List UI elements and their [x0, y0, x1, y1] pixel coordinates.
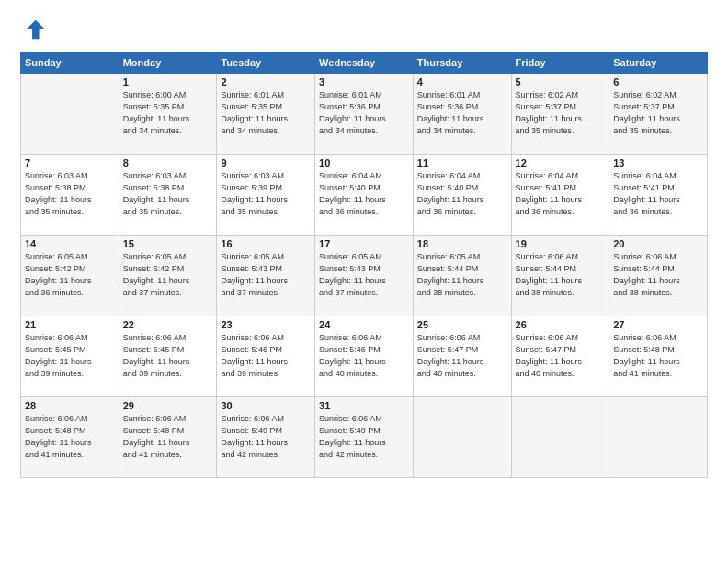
day-cell: 31Sunrise: 6:06 AMSunset: 5:49 PMDayligh… — [315, 397, 414, 478]
day-cell: 26Sunrise: 6:06 AMSunset: 5:47 PMDayligh… — [511, 316, 609, 397]
header-cell-thursday: Thursday — [413, 52, 511, 74]
day-number: 25 — [417, 319, 507, 330]
calendar-body: 1Sunrise: 6:00 AMSunset: 5:35 PMDaylight… — [21, 74, 708, 478]
day-cell: 25Sunrise: 6:06 AMSunset: 5:47 PMDayligh… — [413, 316, 511, 397]
day-cell: 21Sunrise: 6:06 AMSunset: 5:45 PMDayligh… — [21, 316, 119, 397]
day-cell: 3Sunrise: 6:01 AMSunset: 5:36 PMDaylight… — [315, 74, 414, 155]
header-cell-friday: Friday — [511, 52, 609, 74]
day-info: Sunrise: 6:04 AMSunset: 5:41 PMDaylight:… — [516, 170, 606, 218]
day-info: Sunrise: 6:03 AMSunset: 5:39 PMDaylight:… — [221, 170, 311, 218]
day-number: 23 — [221, 319, 311, 330]
day-cell: 14Sunrise: 6:05 AMSunset: 5:42 PMDayligh… — [21, 236, 119, 316]
day-number: 5 — [516, 76, 606, 87]
day-number: 1 — [123, 76, 213, 87]
day-info: Sunrise: 6:06 AMSunset: 5:49 PMDaylight:… — [221, 413, 311, 461]
day-cell: 30Sunrise: 6:06 AMSunset: 5:49 PMDayligh… — [217, 397, 315, 478]
day-cell: 13Sunrise: 6:04 AMSunset: 5:41 PMDayligh… — [609, 155, 708, 236]
header-cell-sunday: Sunday — [21, 52, 119, 74]
day-number: 29 — [123, 400, 213, 411]
day-info: Sunrise: 6:06 AMSunset: 5:46 PMDaylight:… — [319, 332, 409, 380]
day-cell: 23Sunrise: 6:06 AMSunset: 5:46 PMDayligh… — [217, 316, 315, 397]
logo — [20, 17, 50, 42]
day-cell: 1Sunrise: 6:00 AMSunset: 5:35 PMDaylight… — [119, 74, 217, 155]
logo-icon — [20, 17, 46, 42]
day-info: Sunrise: 6:05 AMSunset: 5:42 PMDaylight:… — [123, 251, 213, 299]
day-cell: 4Sunrise: 6:01 AMSunset: 5:36 PMDaylight… — [413, 74, 511, 155]
day-cell: 10Sunrise: 6:04 AMSunset: 5:40 PMDayligh… — [315, 155, 414, 236]
day-number: 30 — [221, 400, 311, 411]
day-info: Sunrise: 6:06 AMSunset: 5:46 PMDaylight:… — [221, 332, 311, 380]
day-cell: 17Sunrise: 6:05 AMSunset: 5:43 PMDayligh… — [315, 236, 414, 316]
day-number: 12 — [516, 157, 606, 168]
day-info: Sunrise: 6:03 AMSunset: 5:38 PMDaylight:… — [123, 170, 213, 218]
day-cell: 18Sunrise: 6:05 AMSunset: 5:44 PMDayligh… — [413, 236, 511, 316]
calendar-table: SundayMondayTuesdayWednesdayThursdayFrid… — [20, 52, 708, 478]
day-info: Sunrise: 6:01 AMSunset: 5:36 PMDaylight:… — [417, 89, 507, 137]
day-cell — [21, 74, 119, 155]
day-info: Sunrise: 6:06 AMSunset: 5:47 PMDaylight:… — [417, 332, 507, 380]
header-cell-wednesday: Wednesday — [315, 52, 414, 74]
day-number: 3 — [319, 76, 409, 87]
day-number: 19 — [516, 238, 606, 249]
day-cell: 6Sunrise: 6:02 AMSunset: 5:37 PMDaylight… — [609, 74, 708, 155]
header-cell-monday: Monday — [119, 52, 217, 74]
day-number: 9 — [221, 157, 311, 168]
day-info: Sunrise: 6:06 AMSunset: 5:48 PMDaylight:… — [123, 413, 213, 461]
day-cell: 7Sunrise: 6:03 AMSunset: 5:38 PMDaylight… — [21, 155, 119, 236]
svg-marker-0 — [27, 20, 44, 40]
day-info: Sunrise: 6:02 AMSunset: 5:37 PMDaylight:… — [516, 89, 606, 137]
day-info: Sunrise: 6:03 AMSunset: 5:38 PMDaylight:… — [25, 170, 115, 218]
day-info: Sunrise: 6:06 AMSunset: 5:44 PMDaylight:… — [613, 251, 703, 299]
day-cell: 22Sunrise: 6:06 AMSunset: 5:45 PMDayligh… — [119, 316, 217, 397]
day-info: Sunrise: 6:06 AMSunset: 5:49 PMDaylight:… — [319, 413, 409, 461]
day-cell: 24Sunrise: 6:06 AMSunset: 5:46 PMDayligh… — [315, 316, 414, 397]
day-info: Sunrise: 6:02 AMSunset: 5:37 PMDaylight:… — [613, 89, 703, 137]
header-row: SundayMondayTuesdayWednesdayThursdayFrid… — [21, 52, 708, 74]
calendar-header: SundayMondayTuesdayWednesdayThursdayFrid… — [21, 52, 708, 74]
day-info: Sunrise: 6:04 AMSunset: 5:41 PMDaylight:… — [613, 170, 703, 218]
day-cell: 16Sunrise: 6:05 AMSunset: 5:43 PMDayligh… — [217, 236, 315, 316]
week-row-0: 1Sunrise: 6:00 AMSunset: 5:35 PMDaylight… — [21, 74, 708, 155]
day-info: Sunrise: 6:05 AMSunset: 5:42 PMDaylight:… — [25, 251, 115, 299]
week-row-1: 7Sunrise: 6:03 AMSunset: 5:38 PMDaylight… — [21, 155, 708, 236]
day-cell: 11Sunrise: 6:04 AMSunset: 5:40 PMDayligh… — [413, 155, 511, 236]
day-cell — [511, 397, 609, 478]
day-number: 18 — [417, 238, 507, 249]
day-number: 20 — [613, 238, 703, 249]
day-cell: 28Sunrise: 6:06 AMSunset: 5:48 PMDayligh… — [21, 397, 119, 478]
day-info: Sunrise: 6:06 AMSunset: 5:48 PMDaylight:… — [613, 332, 703, 380]
day-cell — [413, 397, 511, 478]
header-cell-tuesday: Tuesday — [217, 52, 315, 74]
day-cell: 20Sunrise: 6:06 AMSunset: 5:44 PMDayligh… — [609, 236, 708, 316]
day-cell: 2Sunrise: 6:01 AMSunset: 5:35 PMDaylight… — [217, 74, 315, 155]
day-number: 13 — [613, 157, 703, 168]
day-number: 22 — [123, 319, 213, 330]
day-info: Sunrise: 6:06 AMSunset: 5:45 PMDaylight:… — [25, 332, 115, 380]
week-row-3: 21Sunrise: 6:06 AMSunset: 5:45 PMDayligh… — [21, 316, 708, 397]
day-number: 28 — [25, 400, 115, 411]
day-cell: 27Sunrise: 6:06 AMSunset: 5:48 PMDayligh… — [609, 316, 708, 397]
day-info: Sunrise: 6:06 AMSunset: 5:47 PMDaylight:… — [516, 332, 606, 380]
page: SundayMondayTuesdayWednesdayThursdayFrid… — [0, 0, 728, 563]
day-number: 16 — [221, 238, 311, 249]
day-cell: 29Sunrise: 6:06 AMSunset: 5:48 PMDayligh… — [119, 397, 217, 478]
day-number: 8 — [123, 157, 213, 168]
day-number: 10 — [319, 157, 409, 168]
day-cell: 9Sunrise: 6:03 AMSunset: 5:39 PMDaylight… — [217, 155, 315, 236]
day-number: 2 — [221, 76, 311, 87]
day-cell — [609, 397, 708, 478]
day-number: 6 — [613, 76, 703, 87]
day-info: Sunrise: 6:06 AMSunset: 5:45 PMDaylight:… — [123, 332, 213, 380]
day-info: Sunrise: 6:05 AMSunset: 5:44 PMDaylight:… — [417, 251, 507, 299]
day-info: Sunrise: 6:00 AMSunset: 5:35 PMDaylight:… — [123, 89, 213, 137]
day-cell: 5Sunrise: 6:02 AMSunset: 5:37 PMDaylight… — [511, 74, 609, 155]
day-number: 17 — [319, 238, 409, 249]
day-number: 11 — [417, 157, 507, 168]
header-cell-saturday: Saturday — [609, 52, 708, 74]
day-info: Sunrise: 6:01 AMSunset: 5:36 PMDaylight:… — [319, 89, 409, 137]
week-row-2: 14Sunrise: 6:05 AMSunset: 5:42 PMDayligh… — [21, 236, 708, 316]
day-cell: 19Sunrise: 6:06 AMSunset: 5:44 PMDayligh… — [511, 236, 609, 316]
day-number: 26 — [516, 319, 606, 330]
day-number: 31 — [319, 400, 409, 411]
day-info: Sunrise: 6:04 AMSunset: 5:40 PMDaylight:… — [319, 170, 409, 218]
